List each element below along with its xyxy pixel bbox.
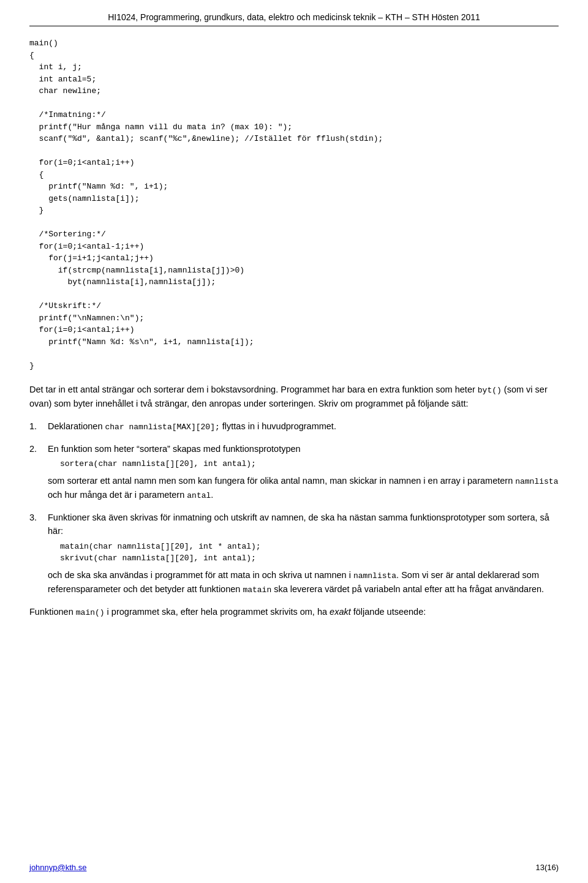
list1-code: char namnlista[MAX][20]; [105, 423, 220, 432]
list2-code2: namnlista [515, 477, 558, 486]
list3-text-after3: ska leverera värdet på variabeln antal e… [271, 584, 544, 594]
list2-text-after3: . [211, 490, 213, 500]
para1-text: Det tar in ett antal strängar och sorter… [29, 385, 478, 394]
list3-text-after: och de ska ska användas i programmet för… [48, 570, 353, 580]
list-item-3: 3. Funktioner ska även skrivas för inmat… [29, 511, 559, 596]
list-number-3: 3. [29, 511, 48, 524]
para-final-text: Funktionen [29, 607, 76, 617]
list-content-2: En funktion som heter “sortera” skapas m… [48, 442, 559, 502]
list2-code: sortera(char namnlista[][20], int antal)… [60, 458, 559, 470]
list1-text-after: flyttas in i huvudprogrammet. [220, 421, 336, 431]
list3-text-before: Funktioner ska även skrivas för inmatnin… [48, 513, 549, 536]
list2-text-before: En funktion som heter “sortera” skapas m… [48, 444, 301, 454]
header-title: HI1024, Programmering, grundkurs, data, … [108, 12, 480, 22]
para-final-em: exakt [330, 607, 351, 617]
list3-code-matain: matain(char namnlista[][20], int * antal… [60, 541, 559, 553]
para-final-c: följande utseende: [351, 607, 426, 617]
para1-code: byt() [478, 386, 502, 395]
list-content-3: Funktioner ska även skrivas för inmatnin… [48, 511, 559, 596]
page-footer: johnnyp@kth.se 13(16) [29, 863, 559, 872]
list-content-1: Deklarationen char namnlista[MAX][20]; f… [48, 419, 559, 434]
footer-email[interactable]: johnnyp@kth.se [29, 863, 86, 872]
list2-code3: antal [187, 491, 211, 500]
page-header: HI1024, Programmering, grundkurs, data, … [29, 12, 559, 26]
list2-text-after2: och hur många det är i parametern [48, 490, 187, 500]
main-code-block: main() { int i, j; int antal=5; char new… [29, 37, 559, 372]
list-number-2: 2. [29, 442, 48, 456]
paragraph-1: Det tar in ett antal strängar och sorter… [29, 383, 559, 411]
para-final-b: i programmet ska, efter hela programmet … [105, 607, 330, 617]
instruction-list: 1. Deklarationen char namnlista[MAX][20]… [29, 419, 559, 597]
list1-text-before: Deklarationen [48, 421, 105, 431]
list3-code-namnlista: namnlista [353, 571, 396, 581]
footer-page-number: 13(16) [535, 863, 559, 872]
list-number-1: 1. [29, 419, 48, 433]
paragraph-final: Funktionen main() i programmet ska, efte… [29, 605, 559, 619]
list2-text-after: som sorterar ett antal namn men som kan … [48, 476, 515, 486]
list3-code-skrivut: skrivut(char namnlista[][20], int antal)… [60, 552, 559, 565]
para-final-code: main() [76, 608, 105, 617]
list-item-1: 1. Deklarationen char namnlista[MAX][20]… [29, 419, 559, 434]
list3-code-matain2: matain [243, 585, 271, 595]
list-item-2: 2. En funktion som heter “sortera” skapa… [29, 442, 559, 502]
